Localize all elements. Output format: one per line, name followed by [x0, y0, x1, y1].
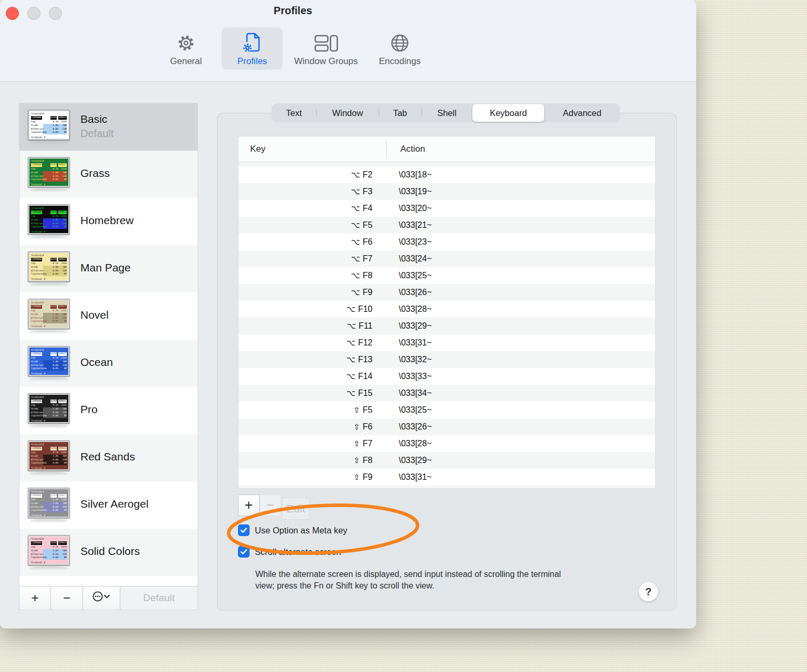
toolbar-item-profiles[interactable]: Profiles — [222, 27, 283, 70]
profile-labels: Silver Aerogel — [80, 498, 149, 512]
profile-item-solid-colors[interactable]: Terminal#COMMAND%CPURPRVTtop4.1%231KXcod… — [19, 529, 198, 576]
profile-item-man-page[interactable]: Terminal#COMMAND%CPURPRVTtop4.1%231KXcod… — [19, 245, 198, 292]
profile-thumbnail-column: Terminal#COMMAND%CPURPRVTtop4.1%231KXcod… — [28, 440, 80, 476]
table-row[interactable]: ⌥F12\033[31~ — [239, 334, 655, 351]
shift-modifier-icon: ⇧ — [354, 439, 360, 448]
tab-window[interactable]: Window — [316, 103, 379, 122]
profile-list: Terminal#COMMAND%CPURPRVTtop4.1%231KXcod… — [19, 103, 198, 587]
key-cell: ⌥F5 — [239, 220, 373, 230]
thumbnail-reflection — [30, 519, 68, 523]
profile-doc-icon — [242, 32, 263, 54]
profile-thumbnail-column: Terminal#COMMAND%CPURPRVTtop4.1%231KXcod… — [28, 299, 80, 334]
table-row[interactable]: ⌥F8\033[25~ — [239, 267, 655, 284]
profile-name: Novel — [80, 309, 109, 321]
key-cell: ⌥F14 — [239, 372, 373, 381]
table-row[interactable]: ⌥F14\033[33~ — [239, 368, 655, 385]
table-row[interactable]: ⇧F7\033[28~ — [239, 435, 655, 452]
thumbnail-reflection — [30, 283, 68, 287]
default-profile-button[interactable]: Default — [120, 586, 198, 610]
action-cell: \033[33~ — [373, 372, 432, 381]
thumbnail-terminal-preview: Terminal#COMMAND%CPURPRVTtop4.1%231KXcod… — [29, 395, 68, 422]
profile-thumbnail: Terminal#COMMAND%CPURPRVTtop4.1%231KXcod… — [28, 535, 70, 565]
window-chrome: Profiles General — [0, 0, 696, 82]
profile-labels: Man Page — [80, 261, 131, 276]
more-options-button[interactable] — [83, 586, 120, 610]
sidebar-button-bar: + − Default — [19, 586, 198, 610]
remove-mapping-button[interactable]: − — [260, 495, 281, 516]
checkbox-label[interactable]: Use Option as Meta key — [255, 526, 347, 536]
table-row[interactable]: ⌥F7\033[24~ — [239, 250, 655, 267]
toolbar-item-general[interactable]: General — [156, 27, 216, 70]
checkbox-use-option-as-meta[interactable] — [238, 524, 250, 536]
edit-mapping-button[interactable]: Edit — [282, 498, 309, 520]
add-profile-button[interactable]: + — [19, 586, 51, 610]
profile-thumbnail: Terminal#COMMAND%CPURPRVTtop4.1%231KXcod… — [28, 299, 70, 329]
table-row[interactable]: ⌥F11\033[29~ — [239, 318, 655, 334]
profile-thumbnail-column: Terminal#COMMAND%CPURPRVTtop4.1%231KXcod… — [28, 110, 80, 145]
key-cell: ⌥F15 — [239, 388, 373, 398]
profile-item-homebrew[interactable]: Terminal#COMMAND%CPURPRVTtop4.1%231KXcod… — [19, 198, 198, 245]
table-row[interactable]: ⌥F9\033[26~ — [239, 284, 655, 301]
profile-item-basic[interactable]: Terminal#COMMAND%CPURPRVTtop4.1%231KXcod… — [19, 103, 198, 151]
thumbnail-reflection — [30, 141, 68, 145]
tab-tab[interactable]: Tab — [379, 103, 421, 122]
key-mappings-table: Key Action ⌥F2\033[18~⌥F3\033[19~⌥F4\033… — [238, 136, 656, 489]
table-row[interactable]: ⌥F15\033[34~ — [239, 385, 655, 402]
profile-item-novel[interactable]: Terminal#COMMAND%CPURPRVTtop4.1%231KXcod… — [19, 292, 198, 340]
table-row[interactable]: ⌥F4\033[20~ — [239, 200, 655, 217]
profile-item-pro[interactable]: Terminal#COMMAND%CPURPRVTtop4.1%231KXcod… — [19, 387, 198, 434]
table-row[interactable]: ⌥F2\033[18~ — [239, 166, 655, 183]
tab-shell[interactable]: Shell — [421, 103, 472, 122]
key-cell: ⇧F8 — [239, 456, 373, 465]
table-row[interactable]: ⌥F3\033[19~ — [239, 183, 655, 200]
option-row-use-option-as-meta: Use Option as Meta key — [238, 524, 347, 536]
tab-text[interactable]: Text — [272, 103, 316, 122]
toolbar: General Profiles — [0, 27, 586, 70]
terminal-preferences-window: Profiles General — [0, 0, 696, 628]
key-cell: ⌥F4 — [239, 204, 373, 213]
action-cell: \033[34~ — [373, 388, 432, 398]
option-modifier-icon: ⌥ — [347, 321, 356, 331]
table-row[interactable]: ⌥F13\033[32~ — [239, 351, 655, 368]
profile-thumbnail: Terminal#COMMAND%CPURPRVTtop4.1%231KXcod… — [28, 346, 70, 376]
profile-item-red-sands[interactable]: Terminal#COMMAND%CPURPRVTtop4.1%231KXcod… — [19, 434, 198, 481]
tab-keyboard[interactable]: Keyboard — [472, 104, 544, 122]
profile-thumbnail-column: Terminal#COMMAND%CPURPRVTtop4.1%231KXcod… — [28, 204, 80, 239]
table-row[interactable]: ⌥F5\033[21~ — [239, 217, 655, 234]
toolbar-item-encodings[interactable]: Encodings — [369, 27, 430, 70]
toolbar-item-label: Window Groups — [294, 56, 358, 67]
table-row[interactable]: ⇧F9\033[31~ — [239, 469, 655, 486]
shift-modifier-icon: ⇧ — [354, 472, 360, 482]
checkbox-scroll-alternate-screen[interactable] — [238, 546, 250, 558]
table-row[interactable]: ⇧F5\033[25~ — [239, 402, 655, 418]
column-header-key: Key — [239, 144, 265, 154]
remove-profile-button[interactable]: − — [51, 586, 83, 610]
profile-thumbnail: Terminal#COMMAND%CPURPRVTtop4.1%231KXcod… — [28, 157, 70, 187]
table-row[interactable]: ⌥F6\033[23~ — [239, 234, 655, 250]
tab-advanced[interactable]: Advanced — [544, 103, 620, 122]
key-cell: ⇧F7 — [239, 439, 373, 448]
add-mapping-button[interactable]: + — [238, 495, 260, 516]
help-button[interactable]: ? — [638, 582, 658, 602]
profile-item-ocean[interactable]: Terminal#COMMAND%CPURPRVTtop4.1%231KXcod… — [19, 340, 198, 387]
profile-name: Silver Aerogel — [80, 498, 149, 510]
profile-item-silver-aerogel[interactable]: Terminal#COMMAND%CPURPRVTtop4.1%231KXcod… — [19, 481, 198, 529]
table-row[interactable]: ⇧F6\033[26~ — [239, 418, 655, 435]
action-cell: \033[29~ — [373, 321, 432, 331]
option-modifier-icon: ⌥ — [346, 388, 355, 398]
globe-icon — [389, 32, 410, 54]
window-title: Profiles — [0, 5, 586, 17]
profile-item-grass[interactable]: Terminal#COMMAND%CPURPRVTtop4.1%231KXcod… — [19, 151, 198, 198]
action-cell: \033[19~ — [373, 187, 432, 196]
table-row[interactable]: ⇧F8\033[29~ — [239, 452, 655, 469]
thumbnail-reflection — [30, 566, 68, 570]
profile-labels: Red Sands — [80, 450, 135, 465]
option-modifier-icon: ⌥ — [351, 220, 360, 230]
thumbnail-reflection — [30, 330, 68, 334]
tab-label: Window — [332, 108, 363, 118]
toolbar-item-window-groups[interactable]: Window Groups — [288, 27, 364, 70]
checkbox-label[interactable]: Scroll alternate screen — [255, 547, 341, 557]
table-row[interactable]: ⌥F10\033[28~ — [239, 301, 655, 318]
thumbnail-terminal-preview: Terminal#COMMAND%CPURPRVTtop4.1%231KXcod… — [29, 442, 68, 469]
toolbar-item-label: Profiles — [237, 56, 267, 67]
